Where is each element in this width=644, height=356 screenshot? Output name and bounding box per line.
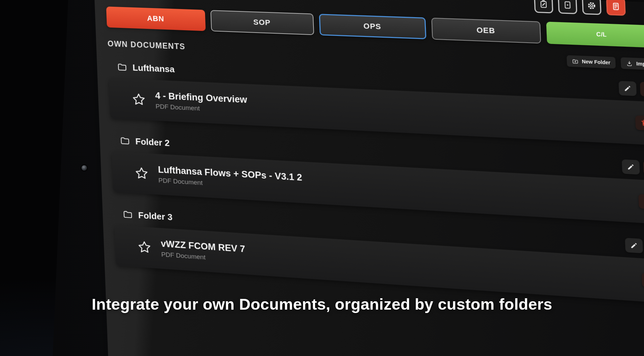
video-frame: ABN SOP OPS OEB C/L OWN DOCUMENTS New Fo… [0, 0, 644, 356]
folder-name: Lufthansa [132, 62, 175, 75]
new-folder-label: New Folder [582, 59, 610, 65]
trash-icon [640, 119, 644, 127]
delete-document-button[interactable] [642, 273, 644, 288]
folder-group: Lufthansa 4 - Briefing Overview PDF Docu… [108, 56, 644, 145]
import-icon [626, 60, 633, 66]
delete-document-button[interactable] [638, 194, 644, 210]
tab-oeb[interactable]: OEB [431, 18, 541, 44]
import-label: Import [636, 61, 644, 67]
folder-name: Folder 3 [138, 210, 172, 223]
document-button[interactable] [558, 0, 577, 14]
tab-abn[interactable]: ABN [106, 6, 206, 31]
import-button[interactable]: Import [621, 57, 644, 71]
edit-folder-button[interactable] [625, 238, 643, 253]
folder-plus-icon [572, 58, 579, 64]
folder-icon [122, 209, 133, 220]
edit-folder-button[interactable] [618, 81, 637, 96]
document-text: 4 - Briefing Overview PDF Document [155, 90, 248, 115]
star-icon [134, 166, 149, 181]
tab-ops[interactable]: OPS [319, 14, 426, 39]
document-icon [562, 0, 573, 10]
delete-document-button[interactable] [635, 116, 644, 131]
star-icon [137, 240, 152, 255]
folder-icon [120, 135, 130, 146]
folder-icon [117, 62, 127, 72]
edit-folder-button[interactable] [622, 159, 640, 175]
video-caption: Integrate your own Documents, organized … [0, 295, 644, 313]
clipboard-edit-icon [539, 0, 549, 9]
tab-sop[interactable]: SOP [210, 10, 314, 35]
favorite-star-button[interactable] [132, 92, 146, 107]
notepad-icon [611, 2, 621, 11]
favorite-star-button[interactable] [137, 240, 152, 255]
folder-name: Folder 2 [135, 136, 170, 148]
tablet-camera-dot [82, 165, 87, 171]
document-text: vWZZ FCOM REV 7 PDF Document [161, 238, 246, 264]
pencil-icon [630, 241, 638, 250]
own-documents-title: OWN DOCUMENTS [107, 39, 186, 51]
delete-folder-button[interactable] [640, 82, 644, 97]
star-icon [132, 92, 146, 107]
tab-checklist[interactable]: C/L [546, 21, 644, 48]
folder-actions [625, 238, 644, 255]
clipboard-edit-button[interactable] [534, 0, 553, 13]
document-text: Lufthansa Flows + SOPs - V3.1 2 PDF Docu… [158, 165, 303, 192]
gear-icon [587, 1, 597, 11]
folder-actions [618, 81, 644, 97]
pencil-icon [627, 163, 635, 171]
notepad-button-active[interactable] [606, 0, 626, 16]
new-folder-button[interactable]: New Folder [566, 55, 616, 69]
favorite-star-button[interactable] [134, 166, 149, 181]
settings-button[interactable] [582, 0, 601, 15]
pencil-icon [623, 84, 632, 93]
documents-list: Lufthansa 4 - Briefing Overview PDF Docu… [108, 56, 644, 303]
folder-actions [622, 159, 644, 176]
panel-actions: New Folder Import [566, 55, 644, 70]
